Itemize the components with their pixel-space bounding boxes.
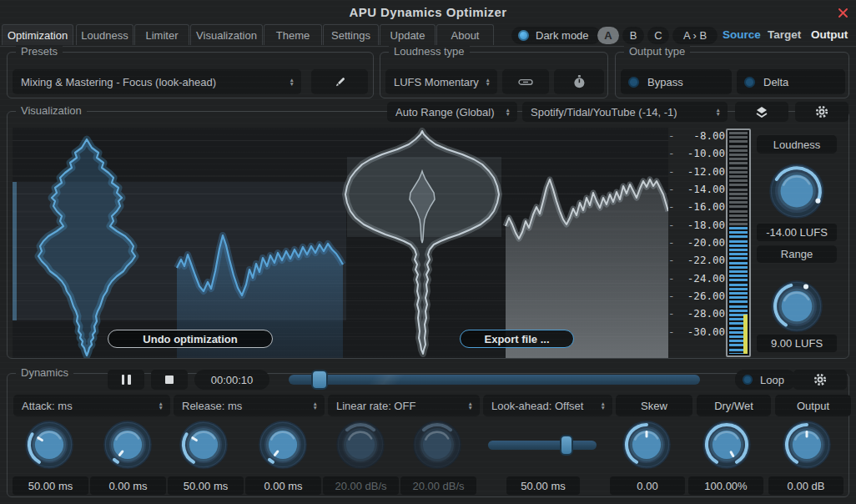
target-loudness-knob[interactable] [769, 164, 824, 222]
copy-a-to-b-button[interactable]: A › B [672, 27, 718, 44]
attack-hold-knob[interactable] [103, 421, 152, 472]
attack-mode-select[interactable]: Attack: ms ▲▼ [13, 395, 170, 416]
auto-range-value: Auto Range (Global) [395, 106, 495, 118]
dry-wet-knob[interactable] [702, 421, 751, 472]
linear-release-rate-knob[interactable] [413, 421, 461, 472]
edit-preset-button[interactable] [311, 69, 368, 94]
attack-knob[interactable] [25, 421, 73, 472]
tab-update[interactable]: Update [380, 24, 436, 45]
look-ahead-mode-select[interactable]: Look-ahead: Offset ▲▼ [483, 395, 612, 416]
skew-knob[interactable] [622, 421, 671, 472]
target-preset-value: Spotify/Tidal/YouTube (-14, -1) [531, 106, 677, 118]
close-icon[interactable] [836, 6, 849, 19]
stepper-icon: ▲▼ [601, 401, 606, 410]
loudness-type-value: LUFS Momentary [394, 76, 479, 88]
presets-group: Presets Mixing & Mastering - Focus (look… [7, 52, 374, 98]
linear-rate-select[interactable]: Linear rate: OFF ▲▼ [328, 395, 480, 416]
tab-about[interactable]: About [436, 24, 494, 45]
output-gain-value[interactable]: 0.00 dB [768, 476, 843, 495]
preset-select[interactable]: Mixing & Mastering - Focus (look-ahead) … [13, 69, 301, 94]
tab-loudness[interactable]: Loudness [76, 24, 133, 45]
tab-visualization[interactable]: Visualization [190, 24, 263, 45]
stepper-icon: ▲▼ [313, 401, 318, 410]
skew-value[interactable]: 0.00 [610, 476, 685, 495]
plugin-window: APU Dynamics Optimizer Optimization Loud… [0, 0, 856, 504]
bypass-toggle[interactable]: Bypass [621, 69, 732, 94]
release-mode-select[interactable]: Release: ms ▲▼ [174, 395, 325, 416]
loudness-meter[interactable] [726, 129, 751, 357]
auto-range-select[interactable]: Auto Range (Global) ▲▼ [387, 102, 517, 122]
scale-tick: --20.00 [668, 236, 725, 249]
stepper-icon: ▲▼ [468, 401, 473, 410]
transport-slider[interactable] [289, 375, 700, 385]
transport-slider-handle[interactable] [311, 370, 328, 390]
dark-mode-dot-icon [518, 30, 529, 41]
stepper-icon: ▲▼ [486, 78, 491, 86]
undo-optimization-button[interactable]: Undo optimization [108, 330, 273, 348]
look-ahead-mode-value: Look-ahead: Offset [491, 400, 583, 412]
release-knob[interactable] [179, 421, 228, 472]
stepper-icon: ▲▼ [290, 78, 295, 86]
linear-attack-rate-knob[interactable] [336, 421, 385, 472]
attack-mode-value: Attack: ms [22, 400, 73, 412]
link-channels-button[interactable] [502, 69, 549, 94]
export-file-button[interactable]: Export file ... [460, 330, 574, 348]
scale-tick: --12.00 [668, 165, 725, 178]
target-range-knob[interactable] [771, 280, 823, 335]
output-type-group: Output type Bypass Delta [615, 52, 849, 98]
linear-release-rate-value[interactable]: 20.00 dB/s [400, 476, 476, 495]
look-ahead-slider-handle[interactable] [560, 435, 573, 456]
loudness-type-group-label: Loudness type [389, 45, 470, 58]
look-ahead-slider[interactable] [488, 441, 597, 450]
layers-button[interactable] [735, 102, 788, 122]
pencil-icon [334, 76, 346, 88]
target-range-value[interactable]: 9.00 LUFS [757, 335, 837, 352]
delta-dot-icon [744, 77, 755, 88]
pause-button[interactable] [108, 370, 144, 390]
stepper-icon: ▲▼ [506, 108, 511, 116]
gear-icon [813, 373, 827, 386]
dark-mode-label: Dark mode [536, 29, 589, 42]
view-output-button[interactable]: Output [811, 28, 848, 41]
dynamics-settings-button[interactable] [793, 370, 847, 390]
release-hold-value[interactable]: 0.00 ms [245, 476, 321, 495]
scale-tick: --14.00 [668, 183, 725, 195]
attack-hold-value[interactable]: 0.00 ms [90, 476, 166, 495]
look-ahead-value[interactable]: 50.00 ms [506, 476, 580, 495]
loudness-type-select[interactable]: LUFS Momentary ▲▼ [385, 69, 497, 94]
tab-theme[interactable]: Theme [264, 24, 322, 45]
delta-label: Delta [763, 76, 788, 88]
preset-slot-c-button[interactable]: C [647, 27, 669, 44]
tab-optimization[interactable]: Optimization [2, 24, 73, 45]
output-gain-knob[interactable] [783, 421, 831, 472]
linear-attack-rate-value[interactable]: 20.00 dB/s [323, 476, 399, 495]
loop-toggle[interactable]: Loop [735, 370, 796, 390]
stopwatch-icon [574, 75, 585, 88]
view-source-button[interactable]: Source [723, 28, 761, 41]
delta-toggle[interactable]: Delta [737, 69, 845, 94]
preset-slot-b-button[interactable]: B [622, 27, 644, 44]
stepper-icon: ▲▼ [716, 108, 721, 116]
view-target-button[interactable]: Target [768, 28, 801, 41]
visualization-settings-button[interactable] [795, 102, 848, 122]
release-value[interactable]: 50.00 ms [168, 476, 244, 495]
dark-mode-toggle[interactable]: Dark mode [511, 27, 601, 44]
preset-slot-a-button[interactable]: A [597, 27, 619, 44]
stop-button[interactable] [151, 370, 188, 390]
tab-settings[interactable]: Settings [323, 24, 379, 45]
visualization-group-label: Visualization [16, 104, 87, 117]
tab-limiter[interactable]: Limiter [134, 24, 189, 45]
dry-wet-value[interactable]: 100.00% [688, 476, 763, 495]
timer-button[interactable] [554, 69, 604, 94]
transport-time-display[interactable]: 00:00:10 [194, 370, 269, 390]
pause-icon [120, 375, 133, 385]
attack-value[interactable]: 50.00 ms [13, 476, 88, 495]
loudness-type-group: Loudness type LUFS Momentary ▲▼ [380, 52, 608, 98]
scale-tick: --10.00 [668, 147, 725, 159]
target-preset-select[interactable]: Spotify/Tidal/YouTube (-14, -1) ▲▼ [522, 102, 728, 122]
linear-rate-value: Linear rate: OFF [336, 400, 415, 412]
target-loudness-value[interactable]: -14.00 LUFS [757, 224, 837, 241]
release-hold-knob[interactable] [259, 421, 307, 472]
scale-tick: --16.00 [668, 200, 725, 213]
stepper-icon: ▲▼ [159, 401, 164, 410]
